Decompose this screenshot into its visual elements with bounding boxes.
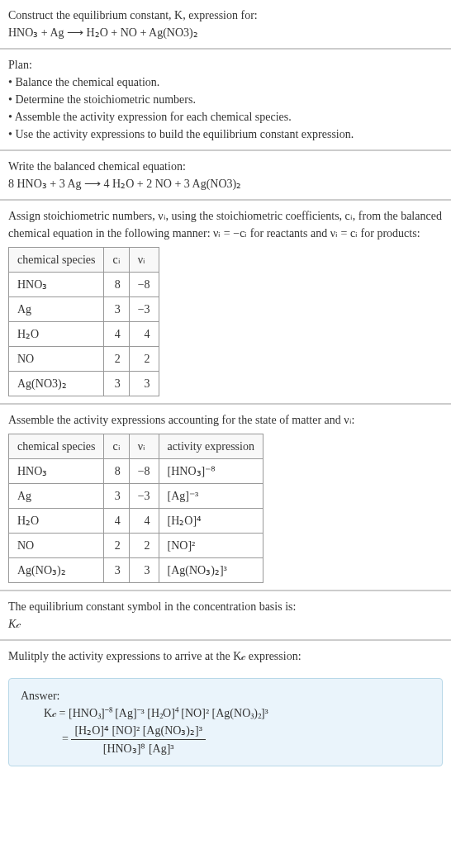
plan-bullet-3: • Assemble the activity expression for e… bbox=[8, 108, 443, 126]
cell-activity: [Ag(NO₃)₂]³ bbox=[159, 558, 263, 583]
stoich-table: chemical species cᵢ νᵢ HNO₃8−8 Ag3−3 H₂O… bbox=[8, 247, 159, 396]
symbol-kc: K𝒸 bbox=[8, 615, 443, 633]
cell-species: HNO₃ bbox=[9, 459, 104, 484]
cell-vi: 4 bbox=[129, 322, 159, 347]
table-row: H₂O44 bbox=[9, 322, 159, 347]
cell-ci: 8 bbox=[104, 459, 129, 484]
answer-numerator: [H₂O]⁴ [NO]² [Ag(NO₃)₂]³ bbox=[71, 722, 205, 740]
cell-species: H₂O bbox=[9, 509, 104, 534]
cell-vi: 3 bbox=[129, 558, 159, 583]
plan-heading: Plan: bbox=[8, 56, 443, 74]
cell-ci: 3 bbox=[104, 558, 129, 583]
cell-ci: 2 bbox=[104, 347, 129, 372]
col-vi: νᵢ bbox=[129, 434, 159, 459]
cell-species: NO bbox=[9, 534, 104, 558]
prompt-equation: HNO₃ + Ag ⟶ H₂O + NO + Ag(NO3)₂ bbox=[8, 24, 443, 41]
cell-ci: 4 bbox=[104, 509, 129, 534]
cell-species: NO bbox=[9, 347, 104, 372]
assign-section: Assign stoichiometric numbers, νᵢ, using… bbox=[0, 201, 451, 405]
table-header-row: chemical species cᵢ νᵢ activity expressi… bbox=[9, 434, 263, 459]
plan-bullet-1: • Balance the chemical equation. bbox=[8, 74, 443, 91]
cell-activity: [NO]² bbox=[159, 534, 263, 558]
cell-species: Ag(NO₃)₂ bbox=[9, 558, 104, 583]
cell-species: Ag bbox=[9, 297, 104, 322]
cell-vi: 2 bbox=[129, 534, 159, 558]
cell-species: Ag(NO3)₂ bbox=[9, 372, 104, 396]
cell-vi: −8 bbox=[129, 273, 159, 297]
table-header-row: chemical species cᵢ νᵢ bbox=[9, 248, 159, 273]
balanced-heading: Write the balanced chemical equation: bbox=[8, 158, 443, 175]
cell-ci: 2 bbox=[104, 534, 129, 558]
answer-eq2: = [H₂O]⁴ [NO]² [Ag(NO₃)₂]³ [HNO₃]⁸ [Ag]³ bbox=[62, 722, 430, 757]
answer-fraction: [H₂O]⁴ [NO]² [Ag(NO₃)₂]³ [HNO₃]⁸ [Ag]³ bbox=[71, 722, 205, 757]
balanced-section: Write the balanced chemical equation: 8 … bbox=[0, 151, 451, 201]
symbol-line1: The equilibrium constant symbol in the c… bbox=[8, 598, 443, 615]
cell-vi: 3 bbox=[129, 372, 159, 396]
col-activity: activity expression bbox=[159, 434, 263, 459]
table-row: HNO₃8−8 bbox=[9, 273, 159, 297]
multiply-section: Mulitply the activity expressions to arr… bbox=[0, 641, 451, 671]
table-row: Ag3−3 bbox=[9, 297, 159, 322]
col-species: chemical species bbox=[9, 434, 104, 459]
symbol-section: The equilibrium constant symbol in the c… bbox=[0, 591, 451, 641]
cell-vi: 2 bbox=[129, 347, 159, 372]
cell-vi: 4 bbox=[129, 509, 159, 534]
col-ci: cᵢ bbox=[104, 248, 129, 273]
prompt-line1: Construct the equilibrium constant, K, e… bbox=[8, 7, 443, 24]
activity-section: Assemble the activity expressions accoun… bbox=[0, 405, 451, 591]
answer-box: Answer: K𝒸 = [HNO₃]⁻⁸ [Ag]⁻³ [H₂O]⁴ [NO]… bbox=[8, 678, 443, 766]
cell-vi: −3 bbox=[129, 297, 159, 322]
cell-vi: −3 bbox=[129, 484, 159, 509]
table-row: NO22 bbox=[9, 347, 159, 372]
multiply-line: Mulitply the activity expressions to arr… bbox=[8, 647, 443, 665]
col-species: chemical species bbox=[9, 248, 104, 273]
table-row: H₂O44[H₂O]⁴ bbox=[9, 509, 263, 534]
answer-label: Answer: bbox=[21, 687, 430, 704]
cell-ci: 3 bbox=[104, 372, 129, 396]
cell-activity: [HNO₃]⁻⁸ bbox=[159, 459, 263, 484]
table-row: HNO₃8−8[HNO₃]⁻⁸ bbox=[9, 459, 263, 484]
cell-activity: [H₂O]⁴ bbox=[159, 509, 263, 534]
activity-intro: Assemble the activity expressions accoun… bbox=[8, 411, 443, 429]
cell-activity: [Ag]⁻³ bbox=[159, 484, 263, 509]
cell-ci: 4 bbox=[104, 322, 129, 347]
table-row: Ag3−3[Ag]⁻³ bbox=[9, 484, 263, 509]
cell-species: H₂O bbox=[9, 322, 104, 347]
table-row: NO22[NO]² bbox=[9, 534, 263, 558]
answer-eq1: K𝒸 = [HNO₃]⁻⁸ [Ag]⁻³ [H₂O]⁴ [NO]² [Ag(NO… bbox=[44, 704, 430, 722]
plan-bullet-4: • Use the activity expressions to build … bbox=[8, 126, 443, 143]
cell-species: Ag bbox=[9, 484, 104, 509]
plan-bullet-2: • Determine the stoichiometric numbers. bbox=[8, 91, 443, 108]
prompt-section: Construct the equilibrium constant, K, e… bbox=[0, 0, 451, 50]
answer-eq2-lead: = bbox=[62, 733, 71, 745]
col-vi: νᵢ bbox=[129, 248, 159, 273]
answer-denominator: [HNO₃]⁸ [Ag]³ bbox=[71, 740, 205, 757]
activity-table: chemical species cᵢ νᵢ activity expressi… bbox=[8, 434, 263, 583]
cell-ci: 3 bbox=[104, 297, 129, 322]
assign-intro: Assign stoichiometric numbers, νᵢ, using… bbox=[8, 207, 443, 242]
plan-section: Plan: • Balance the chemical equation. •… bbox=[0, 50, 451, 151]
balanced-equation: 8 HNO₃ + 3 Ag ⟶ 4 H₂O + 2 NO + 3 Ag(NO3)… bbox=[8, 175, 443, 192]
cell-species: HNO₃ bbox=[9, 273, 104, 297]
cell-vi: −8 bbox=[129, 459, 159, 484]
table-row: Ag(NO₃)₂33[Ag(NO₃)₂]³ bbox=[9, 558, 263, 583]
cell-ci: 8 bbox=[104, 273, 129, 297]
col-ci: cᵢ bbox=[104, 434, 129, 459]
cell-ci: 3 bbox=[104, 484, 129, 509]
table-row: Ag(NO3)₂33 bbox=[9, 372, 159, 396]
